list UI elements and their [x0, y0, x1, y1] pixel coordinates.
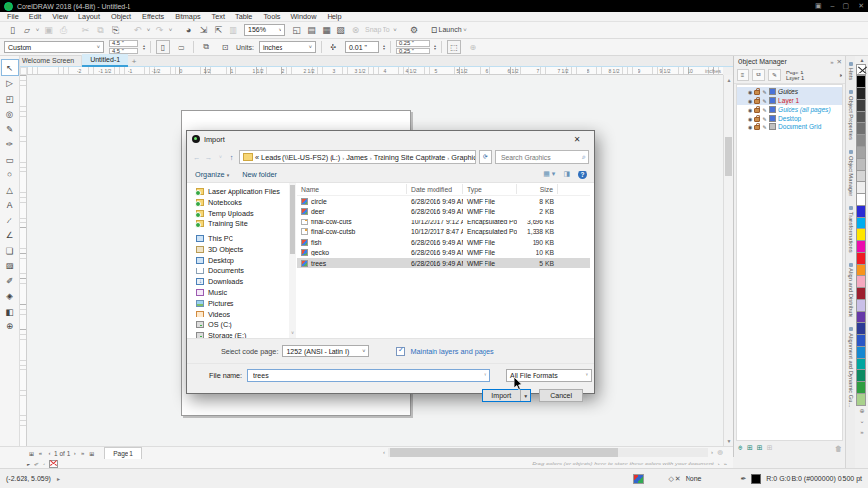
sidebar-folder-item[interactable]: Pictures: [187, 298, 289, 309]
layer-color-chip[interactable]: [769, 123, 777, 131]
toolbar-icon[interactable]: ˅: [145, 24, 152, 37]
page-tab[interactable]: Page 1: [104, 447, 142, 460]
duplicate-x-field[interactable]: 0.25 ": [396, 40, 430, 47]
lock-icon[interactable]: [754, 99, 760, 105]
toolbar-icon[interactable]: ↶: [130, 24, 145, 37]
launch-button[interactable]: Launch: [439, 26, 462, 33]
flyout-arrow-icon[interactable]: ▸: [57, 475, 60, 482]
sidebar-folder-item[interactable]: Storage (E:): [187, 330, 289, 338]
sidebar-folder-item[interactable]: Temp Uploads: [187, 208, 289, 219]
search-input[interactable]: [499, 153, 582, 162]
page-preset-combo[interactable]: Custom˅: [4, 41, 104, 53]
dialog-close-icon[interactable]: ✕: [564, 135, 589, 144]
object-manager-row[interactable]: - ◉ ✎ Desktop: [737, 114, 842, 122]
menu-item[interactable]: Text: [212, 12, 225, 21]
printable-pencil-icon[interactable]: ✎: [762, 98, 766, 104]
file-row[interactable]: final-cow-cuts 10/12/2017 9:12 AM Encaps…: [297, 217, 590, 227]
flyout-arrow-icon[interactable]: ▸: [840, 72, 842, 78]
add-page-icon[interactable]: ⊞: [87, 450, 96, 457]
menu-item[interactable]: Object: [111, 12, 131, 21]
docker-tab[interactable]: Hints: [848, 62, 854, 80]
menu-item[interactable]: Edit: [29, 12, 42, 21]
new-layer-icon[interactable]: ⊕: [738, 444, 743, 452]
docker-tab[interactable]: Object Manager: [848, 150, 854, 196]
visibility-eye-icon[interactable]: ◉: [748, 124, 752, 130]
file-row[interactable]: circle 6/28/2016 9:49 AM WMF File 8 KB: [297, 196, 590, 207]
window-control-button[interactable]: –: [831, 2, 835, 10]
scrollbar-zoom-icon[interactable]: ◎: [716, 448, 724, 457]
docker-tab[interactable]: Alignment and Dynamic Gu...: [848, 327, 854, 407]
layer-color-chip[interactable]: [769, 106, 777, 114]
menu-item[interactable]: Help: [327, 12, 341, 21]
view-mode-icon[interactable]: ▦ ▾: [543, 171, 555, 178]
import-button[interactable]: Import: [483, 390, 520, 401]
toolbar-icon[interactable]: ▯: [5, 24, 20, 37]
scrollbar-thumb[interactable]: [390, 448, 618, 457]
docker-close-icon[interactable]: ✕: [837, 58, 842, 66]
scroll-left-icon[interactable]: ‹: [43, 461, 45, 466]
flyout-arrow-icon[interactable]: ▸: [27, 461, 30, 467]
landscape-button[interactable]: ▭: [175, 40, 188, 54]
column-size[interactable]: Size: [517, 184, 558, 194]
scrollbar-thumb[interactable]: [725, 137, 732, 176]
page-width-field[interactable]: 4.5 ": [109, 40, 138, 47]
toolbox-tool[interactable]: ◎: [2, 107, 18, 122]
sidebar-folder-item[interactable]: Laser Application Files: [187, 186, 289, 197]
no-color-swatch[interactable]: [49, 460, 58, 468]
file-row[interactable]: gecko 6/28/2016 9:49 AM WMF File 10 KB: [297, 248, 590, 259]
sidebar-folder-item[interactable]: Notebooks: [187, 197, 289, 208]
toolbox-tool[interactable]: ◧: [2, 304, 18, 319]
toolbox-tool[interactable]: ▷: [2, 76, 18, 92]
nudge-stepper[interactable]: ▴▾: [383, 44, 385, 51]
up-one-level-icon[interactable]: ↑: [228, 153, 236, 162]
dialog-title-bar[interactable]: Import ✕: [187, 131, 594, 147]
column-type[interactable]: Type: [463, 184, 517, 194]
menu-item[interactable]: View: [52, 12, 68, 21]
canvas-horizontal-scrollbar[interactable]: ‹ › ◎: [381, 448, 724, 457]
breadcrumb-segment[interactable]: « Leads (\\EL-US-FS2) (L:): [255, 153, 340, 162]
new-master-layer-odd-icon[interactable]: ⊞: [757, 444, 763, 452]
duplicate-y-field[interactable]: 0.25 ": [396, 48, 430, 55]
menu-item[interactable]: Tools: [263, 12, 280, 21]
delete-layer-icon[interactable]: 🗑︎: [835, 445, 842, 452]
sidebar-folder-item[interactable]: Documents: [187, 266, 289, 276]
toolbar-icon[interactable]: ▥: [226, 24, 240, 37]
search-box[interactable]: ⌕: [495, 150, 589, 164]
object-manager-row[interactable]: - ◉ ✎ Guides (all pages): [737, 105, 842, 114]
menu-item[interactable]: Bitmaps: [175, 12, 200, 21]
address-bar[interactable]: « Leads (\\EL-US-FS2) (L:) ›James ›Train…: [239, 150, 476, 164]
lock-icon[interactable]: [754, 108, 760, 114]
document-tab[interactable]: Welcome Screen: [14, 55, 82, 66]
zoom-level-combo[interactable]: 156%˅: [244, 24, 285, 36]
snap-to-button[interactable]: Snap To: [365, 26, 390, 33]
docker-flyout-icon[interactable]: »: [830, 59, 833, 65]
toolbar-icon[interactable]: ▧: [333, 24, 348, 37]
window-control-button[interactable]: ▢: [843, 2, 850, 10]
toolbox-tool[interactable]: ✎: [2, 122, 18, 137]
toolbar-icon[interactable]: ˅: [34, 24, 41, 37]
first-page-icon[interactable]: «: [36, 450, 45, 456]
horizontal-ruler[interactable]: inches -2-1 1/2-1-1/201/211 1/222 1/233 …: [27, 67, 723, 75]
toolbar-icon[interactable]: ▱: [20, 24, 34, 37]
scrollbar-thumb[interactable]: [290, 185, 295, 254]
back-icon[interactable]: ←: [192, 153, 201, 162]
file-list-header[interactable]: Name Date modified Type Size: [297, 183, 590, 196]
canvas-vertical-scrollbar[interactable]: ▲ ▼: [723, 75, 733, 446]
menu-item[interactable]: Effects: [142, 12, 164, 21]
toolbox-tool[interactable]: ▭: [2, 152, 18, 168]
toolbar-icon[interactable]: ⎘: [108, 24, 123, 37]
new-tab-button[interactable]: +: [128, 57, 140, 66]
sidebar-folder-item[interactable]: Videos: [187, 309, 289, 319]
object-manager-row[interactable]: - ◉ ✎ Guides: [737, 87, 842, 96]
document-tab[interactable]: Untitled-1: [82, 54, 128, 67]
docker-tab[interactable]: Object Properties: [848, 90, 854, 140]
toolbar-icon[interactable]: ▤: [304, 24, 319, 37]
printable-pencil-icon[interactable]: ✎: [762, 124, 766, 130]
page-size-stepper[interactable]: ▴▾: [143, 44, 145, 51]
toolbar-icon[interactable]: ⇲: [196, 24, 211, 37]
palette-expand-icon[interactable]: »: [724, 461, 727, 466]
new-master-layer-all-icon[interactable]: ⊞: [747, 444, 753, 452]
toolbox-tool[interactable]: ◰: [2, 91, 18, 107]
options-gear-icon[interactable]: ⚙: [407, 24, 422, 37]
visibility-eye-icon[interactable]: ◉: [748, 89, 752, 95]
